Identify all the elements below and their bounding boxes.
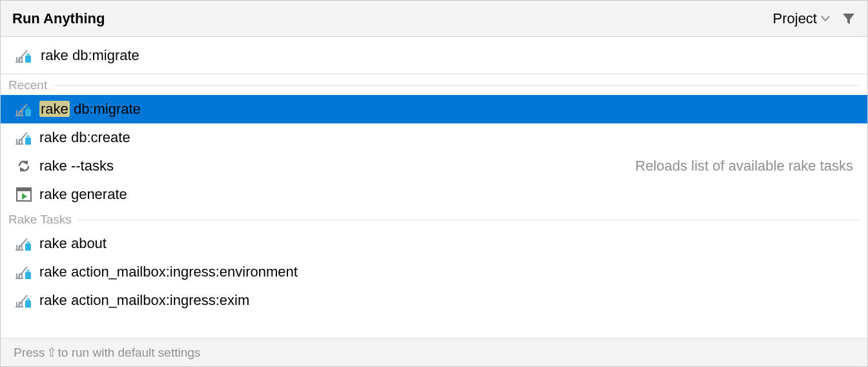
rake-icon [15,293,33,308]
list-item[interactable]: rake db:migrate [1,95,867,123]
list-item[interactable]: rake about [1,229,867,258]
section-header: Rake Tasks [1,209,867,229]
list-item[interactable]: rake --tasksReloads list of available ra… [1,152,867,180]
section-rule [54,85,860,86]
svg-rect-13 [27,107,29,110]
item-label: rake --tasks [39,158,114,174]
svg-rect-20 [27,136,29,139]
item-label: rake db:create [39,129,130,146]
filter-icon[interactable] [842,12,856,26]
run-icon [15,187,33,202]
search-input[interactable] [41,47,853,64]
list-item[interactable]: rake generate [1,180,867,209]
item-text: rake generate [39,186,127,202]
rake-icon [15,130,33,145]
item-hint: Reloads list of available rake tasks [636,158,854,174]
item-label: rake action_mailbox:ingress:exim [39,292,249,309]
svg-rect-6 [27,54,29,57]
chevron-down-icon [821,16,830,22]
item-text: rake about [39,235,107,251]
reload-icon [15,158,33,174]
footer-prefix: Press [14,346,45,360]
scope-selector[interactable]: Project [773,10,830,27]
section-rule [78,220,860,220]
results-list: Recentrake db:migraterake db:createrake … [1,74,867,315]
svg-rect-24 [17,188,31,191]
item-label: rake about [39,235,107,252]
rake-icon [15,48,33,63]
svg-rect-32 [27,242,29,245]
footer-suffix: to run with default settings [58,346,201,360]
item-text: rake db:create [39,129,130,145]
item-text: rake action_mailbox:ingress:exim [39,292,249,308]
header-right: Project [773,10,856,27]
item-label: rake generate [39,186,127,203]
list-item[interactable]: rake db:create [1,123,867,152]
popup-header: Run Anything Project [1,1,867,37]
item-text: db:migrate [70,101,141,117]
section-label: Recent [8,78,47,92]
rake-icon [15,264,33,280]
item-text: rake action_mailbox:ingress:environment [39,264,298,280]
scope-label: Project [773,10,817,27]
item-label: rake action_mailbox:ingress:environment [39,264,298,280]
list-item[interactable]: rake action_mailbox:ingress:exim [1,286,867,315]
shift-icon: ⇧ [46,345,57,360]
footer-hint: Press ⇧ to run with default settings [1,338,867,366]
svg-rect-39 [27,270,29,273]
popup-title: Run Anything [12,10,105,27]
list-item[interactable]: rake action_mailbox:ingress:environment [1,258,867,286]
search-row [1,37,867,74]
rake-icon [15,101,33,117]
item-label: rake db:migrate [39,101,141,118]
section-label: Rake Tasks [8,213,72,227]
svg-rect-46 [27,299,29,302]
item-text: rake --tasks [39,158,114,174]
section-header: Recent [1,74,867,95]
match-highlight: rake [39,101,70,117]
rake-icon [15,236,33,251]
